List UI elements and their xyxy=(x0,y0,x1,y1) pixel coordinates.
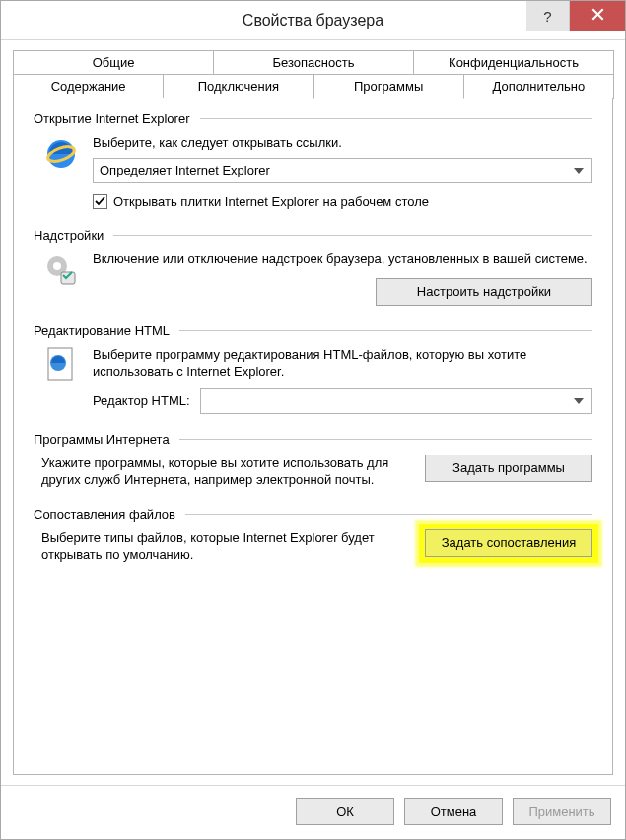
set-associations-button[interactable]: Задать сопоставления xyxy=(425,529,592,557)
section-internet-programs-title: Программы Интернета xyxy=(34,432,170,447)
section-addons-title: Надстройки xyxy=(34,228,104,243)
html-edit-desc: Выберите программу редактирования HTML-ф… xyxy=(93,346,592,381)
file-assoc-desc: Выберите типы файлов, которые Internet E… xyxy=(41,529,409,564)
opening-desc: Выберите, как следует открывать ссылки. xyxy=(93,134,592,152)
divider xyxy=(179,330,592,331)
manage-addons-button[interactable]: Настроить надстройки xyxy=(376,278,592,306)
divider xyxy=(179,439,592,440)
html-file-icon xyxy=(41,346,81,385)
gear-icon xyxy=(41,250,81,290)
section-opening: Открытие Internet Explorer Выберите, как… xyxy=(34,111,592,210)
ok-button[interactable]: ОК xyxy=(296,798,394,825)
section-file-assoc-title: Сопоставления файлов xyxy=(34,507,175,522)
window-controls: ? xyxy=(526,1,625,31)
section-addons: Надстройки Включение или отключение надс xyxy=(34,228,592,306)
tab-general[interactable]: Общие xyxy=(13,50,214,74)
tab-panel-programs: Открытие Internet Explorer Выберите, как… xyxy=(13,98,613,775)
internet-programs-desc: Укажите программы, которые вы хотите исп… xyxy=(41,455,409,489)
tab-programs[interactable]: Программы xyxy=(313,74,464,99)
content-area: Общие Безопасность Конфиденциальность Со… xyxy=(1,40,625,785)
divider xyxy=(200,118,593,119)
checkbox-icon xyxy=(93,194,107,209)
section-html-edit: Редактирование HTML Выберите программу р… xyxy=(34,323,592,414)
html-editor-label: Редактор HTML: xyxy=(93,393,190,408)
tab-row-top: Общие Безопасность Конфиденциальность xyxy=(13,50,613,74)
opening-mode-select[interactable]: Определяет Internet Explorer xyxy=(93,158,592,183)
tab-row-bottom: Содержание Подключения Программы Дополни… xyxy=(13,74,613,99)
chevron-down-icon xyxy=(570,392,588,410)
opening-mode-value: Определяет Internet Explorer xyxy=(100,163,270,177)
set-programs-button[interactable]: Задать программы xyxy=(425,455,592,482)
apply-button[interactable]: Применить xyxy=(513,798,611,825)
window-title: Свойства браузера xyxy=(243,12,383,30)
tiles-checkbox-label: Открывать плитки Internet Explorer на ра… xyxy=(113,193,429,211)
tab-content[interactable]: Содержание xyxy=(13,74,164,99)
tab-connections[interactable]: Подключения xyxy=(163,74,313,99)
svg-point-3 xyxy=(53,262,61,270)
tab-privacy[interactable]: Конфиденциальность xyxy=(413,50,614,74)
tab-advanced[interactable]: Дополнительно xyxy=(463,74,614,99)
divider xyxy=(113,235,592,236)
cancel-button[interactable]: Отмена xyxy=(404,798,503,825)
tiles-checkbox-row[interactable]: Открывать плитки Internet Explorer на ра… xyxy=(93,193,592,211)
titlebar: Свойства браузера ? xyxy=(1,1,625,40)
section-file-assoc: Сопоставления файлов Выберите типы файло… xyxy=(34,507,592,564)
close-button[interactable] xyxy=(570,1,625,31)
close-icon xyxy=(591,8,604,24)
dialog-footer: ОК Отмена Применить xyxy=(1,785,625,839)
svg-rect-4 xyxy=(61,272,75,284)
section-html-edit-title: Редактирование HTML xyxy=(34,323,170,338)
html-editor-select[interactable] xyxy=(200,388,592,414)
section-internet-programs: Программы Интернета Укажите программы, к… xyxy=(34,432,592,489)
browser-properties-dialog: Свойства браузера ? Общие Безопасность К… xyxy=(0,0,626,840)
divider xyxy=(185,514,592,515)
addons-desc: Включение или отключение надстроек брауз… xyxy=(93,250,592,268)
chevron-down-icon xyxy=(570,162,588,179)
tab-security[interactable]: Безопасность xyxy=(213,50,414,74)
internet-explorer-icon xyxy=(41,134,81,174)
help-button[interactable]: ? xyxy=(526,1,570,31)
section-opening-title: Открытие Internet Explorer xyxy=(34,111,190,126)
